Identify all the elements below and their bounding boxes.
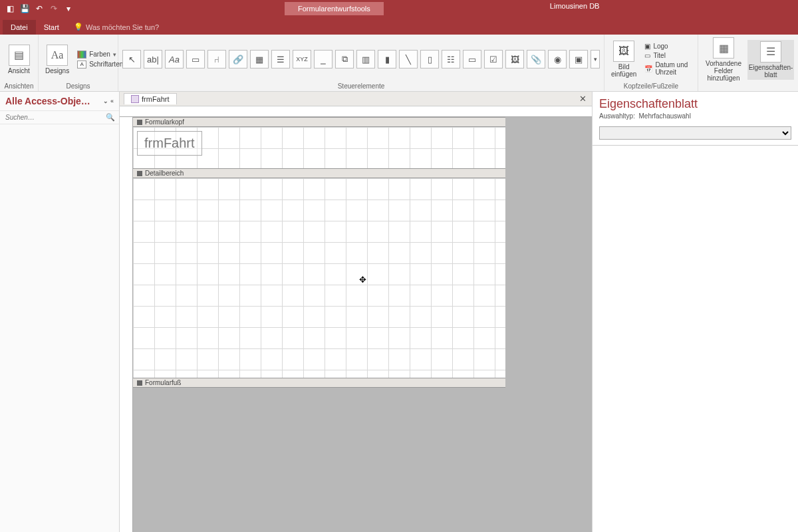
- section-detail[interactable]: ✥: [133, 178, 505, 378]
- group-tool-icon[interactable]: XYZ: [293, 50, 311, 68]
- tab-file[interactable]: Datei: [3, 20, 36, 35]
- option-tool-icon[interactable]: ◉: [548, 50, 567, 68]
- more-controls-icon[interactable]: ▾: [591, 50, 600, 68]
- quick-access-toolbar: ◧ 💾 ↶ ↷ ▾: [0, 3, 78, 15]
- propsheet-object-select[interactable]: [599, 126, 791, 140]
- form-title-label[interactable]: frmFahrt: [137, 131, 202, 156]
- image-tool-icon[interactable]: 🖼: [505, 50, 524, 68]
- save-icon[interactable]: 💾: [19, 3, 31, 15]
- search-input[interactable]: [4, 112, 106, 122]
- section-header-bar[interactable]: Formularkopf: [133, 117, 505, 127]
- propsheet-title: Eigenschaftenblatt: [599, 97, 791, 111]
- title-button[interactable]: ▭Titel: [642, 51, 694, 60]
- nav-tool-icon[interactable]: ☰: [271, 50, 290, 68]
- property-grid[interactable]: [593, 146, 798, 532]
- access-icon: ◧: [4, 3, 16, 15]
- colors-icon: [77, 51, 86, 59]
- qat-customize-icon[interactable]: ▾: [63, 3, 74, 15]
- line-tool-icon[interactable]: ╲: [399, 50, 418, 68]
- tab-start[interactable]: Start: [36, 20, 67, 35]
- fields-icon: ▦: [713, 37, 734, 59]
- web-tool-icon[interactable]: ▦: [250, 50, 269, 68]
- view-button[interactable]: ▤Ansicht: [4, 43, 34, 76]
- combo-tool-icon[interactable]: ⧉: [335, 50, 354, 68]
- title-bar: ◧ 💾 ↶ ↷ ▾ Formularentwurfstools Limousin…: [0, 0, 798, 17]
- property-sheet: Eigenschaftenblatt Auswahltyp: Mehrfacha…: [592, 92, 798, 532]
- contextual-tab-label: Formularentwurfstools: [285, 2, 384, 15]
- controls-gallery[interactable]: ↖ ab| Aa ▭ ⑁ 🔗 ▦ ☰ XYZ ⎯ ⧉ ▥ ▮ ╲ ▯ ☷ ▭ ☑…: [122, 36, 600, 82]
- database-name: Limousinen DB: [550, 2, 600, 15]
- horizontal-ruler: [120, 106, 592, 117]
- link-tool-icon[interactable]: 🔗: [229, 50, 247, 68]
- checkbox-tool-icon[interactable]: ☑: [484, 50, 503, 68]
- ribbon-tabs: Datei Start 💡 Was möchten Sie tun?: [0, 17, 798, 35]
- calendar-icon: 📅: [644, 65, 652, 72]
- view-icon: ▤: [9, 45, 30, 66]
- logo-button[interactable]: ▣Logo: [642, 42, 694, 51]
- themes-icon: Aa: [47, 45, 68, 66]
- label-tool-icon[interactable]: Aa: [165, 50, 184, 68]
- listbox-tool-icon[interactable]: ☷: [442, 50, 460, 68]
- bulb-icon: 💡: [74, 23, 83, 31]
- chevron-down-icon[interactable]: ⌄ «: [103, 98, 114, 104]
- select-tool-icon[interactable]: ↖: [122, 50, 141, 68]
- tab-tool-icon[interactable]: ⑁: [207, 50, 226, 68]
- move-cursor-icon: ✥: [359, 275, 366, 285]
- navpane-search[interactable]: 🔍: [0, 111, 119, 124]
- vertical-ruler: [120, 117, 133, 532]
- navpane-header[interactable]: Alle Access-Obje… ⌄ «: [0, 92, 119, 111]
- pagebreak-tool-icon[interactable]: ⎯: [314, 50, 332, 68]
- navigation-pane: Alle Access-Obje… ⌄ « 🔍: [0, 92, 120, 532]
- propsheet-icon: ☰: [760, 41, 781, 63]
- datetime-button[interactable]: 📅Datum und Uhrzeit: [642, 61, 694, 76]
- attachment-tool-icon[interactable]: 📎: [527, 50, 545, 68]
- section-footer-bar[interactable]: Formularfuß: [133, 378, 505, 388]
- close-icon[interactable]: ✕: [579, 94, 587, 104]
- object-tabstrip: frmFahrt ✕: [120, 92, 592, 106]
- chart-tool-icon[interactable]: ▥: [356, 50, 375, 68]
- title-icon: ▭: [644, 52, 650, 59]
- toggle-tool-icon[interactable]: ▯: [420, 50, 439, 68]
- ribbon: ▤Ansicht Ansichten AaDesigns Farben▾ ASc…: [0, 35, 798, 92]
- section-detail-bar[interactable]: Detailbereich: [133, 168, 505, 178]
- rect-tool-icon[interactable]: ▭: [463, 50, 481, 68]
- section-footer[interactable]: [133, 388, 505, 494]
- button-tool-icon[interactable]: ▭: [186, 50, 205, 68]
- themes-button[interactable]: AaDesigns: [43, 43, 72, 76]
- fonts-icon: A: [77, 61, 86, 68]
- subform-tool-icon[interactable]: ▣: [569, 50, 588, 68]
- textbox-tool-icon[interactable]: ab|: [144, 50, 162, 68]
- search-icon[interactable]: 🔍: [106, 113, 115, 122]
- tell-me[interactable]: 💡 Was möchten Sie tun?: [67, 19, 166, 35]
- undo-icon[interactable]: ↶: [33, 3, 45, 15]
- tell-me-placeholder: Was möchten Sie tun?: [86, 23, 159, 31]
- form-designer: frmFahrt ✕ Formularkopf frmFahrt Detailb…: [120, 92, 592, 532]
- add-fields-button[interactable]: ▦Vorhandene Felder hinzufügen: [702, 36, 745, 83]
- barchart-tool-icon[interactable]: ▮: [378, 50, 396, 68]
- picture-icon: 🖼: [613, 41, 634, 62]
- section-header[interactable]: frmFahrt: [133, 127, 505, 168]
- redo-icon[interactable]: ↷: [48, 3, 60, 15]
- property-sheet-button[interactable]: ☰Eigenschaften-blatt: [747, 40, 794, 80]
- logo-icon: ▣: [644, 43, 650, 50]
- insert-image-button[interactable]: 🖼Bild einfügen: [608, 39, 639, 79]
- form-tab[interactable]: frmFahrt: [124, 93, 177, 104]
- form-icon: [131, 95, 139, 103]
